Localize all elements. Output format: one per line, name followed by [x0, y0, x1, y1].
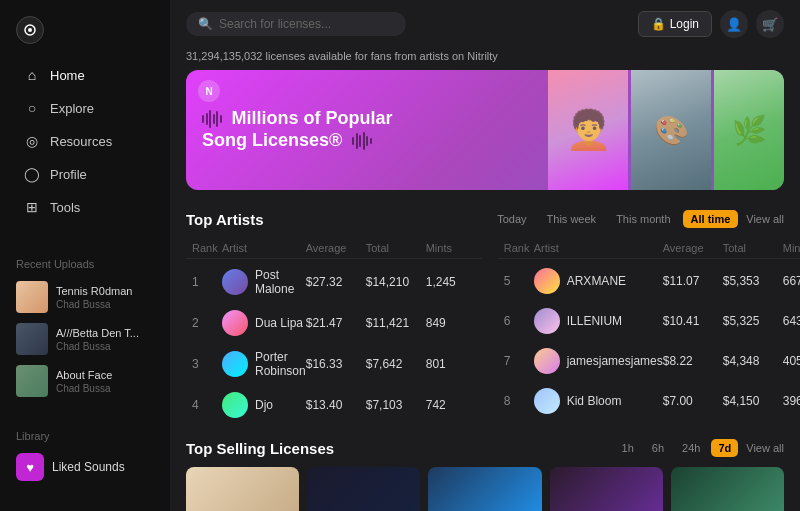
table-row[interactable]: 7 jamesjamesjames $8.22 $4,348 405 — [498, 341, 800, 381]
artist-cell-4: Djo — [222, 392, 306, 418]
table-row[interactable]: 4 Djo $13.40 $7,103 742 — [186, 385, 482, 425]
col-total: Total — [366, 242, 426, 254]
col-artist-r: Artist — [534, 242, 663, 254]
mints-7: 405 — [783, 354, 800, 368]
main-content: 🔍 🔒 Login 👤 🛒 31,294,135,032 licenses av… — [170, 0, 800, 511]
main-nav: ⌂ Home ○ Explore ◎ Resources ◯ Profile ⊞… — [0, 58, 170, 224]
top-selling-header: Top Selling Licenses 1h 6h 24h 7d View a… — [170, 439, 800, 467]
col-average: Average — [306, 242, 366, 254]
table-row[interactable]: 3 Porter Robinson $16.33 $7,642 801 — [186, 343, 482, 385]
search-input[interactable] — [219, 17, 394, 31]
liked-sounds-item[interactable]: ♥ Liked Sounds — [0, 448, 170, 486]
recent-item-3[interactable]: About Face Chad Bussa — [0, 360, 170, 402]
home-icon: ⌂ — [24, 67, 40, 83]
table-row[interactable]: 1 Post Malone $27.32 $14,210 1,245 — [186, 261, 482, 303]
svg-point-1 — [28, 28, 32, 32]
filter-all-time[interactable]: All time — [683, 210, 739, 228]
rank-2: 2 — [192, 316, 222, 330]
cart-icon-button[interactable]: 🛒 — [756, 10, 784, 38]
filter-this-month[interactable]: This month — [608, 210, 678, 228]
total-3: $7,642 — [366, 357, 426, 371]
sidebar-item-home[interactable]: ⌂ Home — [8, 59, 162, 91]
time-6h[interactable]: 6h — [645, 439, 671, 457]
license-card-1[interactable] — [186, 467, 299, 511]
col-rank: Rank — [192, 242, 222, 254]
artist-name-7: jamesjamesjames — [567, 354, 663, 368]
hero-text: Millions of Popular Song Licenses® — [186, 98, 548, 161]
mints-2: 849 — [426, 316, 476, 330]
user-icon-button[interactable]: 👤 — [720, 10, 748, 38]
sidebar-item-resources[interactable]: ◎ Resources — [8, 125, 162, 157]
sidebar-item-label: Home — [50, 68, 85, 83]
avg-2: $21.47 — [306, 316, 366, 330]
license-card-3[interactable] — [428, 467, 541, 511]
sidebar-item-tools[interactable]: ⊞ Tools — [8, 191, 162, 223]
recent-thumb-3 — [16, 365, 48, 397]
recent-uploads-title: Recent Uploads — [0, 244, 170, 276]
artist-cell-2: Dua Lipa — [222, 310, 306, 336]
top-selling-title: Top Selling Licenses — [186, 440, 334, 457]
avatar-6 — [534, 308, 560, 334]
rank-7: 7 — [504, 354, 534, 368]
rank-4: 4 — [192, 398, 222, 412]
sidebar-item-profile[interactable]: ◯ Profile — [8, 158, 162, 190]
hero-banner: N Millions of Popular Song Licenses® — [186, 70, 784, 190]
sidebar: ⌂ Home ○ Explore ◎ Resources ◯ Profile ⊞… — [0, 0, 170, 511]
mints-3: 801 — [426, 357, 476, 371]
avatar-2 — [222, 310, 248, 336]
sidebar-logo — [0, 12, 170, 58]
col-rank-r: Rank — [504, 242, 534, 254]
table-row[interactable]: 2 Dua Lipa $21.47 $11,421 849 — [186, 303, 482, 343]
artist-cell-7: jamesjamesjames — [534, 348, 663, 374]
artist-cell-1: Post Malone — [222, 268, 306, 296]
total-1: $14,210 — [366, 275, 426, 289]
time-7d[interactable]: 7d — [711, 439, 738, 457]
recent-text-2: A///Betta Den T... Chad Bussa — [56, 326, 139, 351]
time-1h[interactable]: 1h — [615, 439, 641, 457]
avatar-8 — [534, 388, 560, 414]
artists-left-col: Rank Artist Average Total Mints 1 Post M… — [186, 238, 482, 425]
col-artist: Artist — [222, 242, 306, 254]
recent-title-1: Tennis R0dman — [56, 284, 132, 298]
table-row[interactable]: 5 ARXMANE $11.07 $5,353 667 — [498, 261, 800, 301]
recent-item-1[interactable]: Tennis R0dman Chad Bussa — [0, 276, 170, 318]
liked-sounds-label: Liked Sounds — [52, 460, 125, 474]
sidebar-item-explore[interactable]: ○ Explore — [8, 92, 162, 124]
recent-item-2[interactable]: A///Betta Den T... Chad Bussa — [0, 318, 170, 360]
avg-3: $16.33 — [306, 357, 366, 371]
filter-this-week[interactable]: This week — [539, 210, 605, 228]
avg-8: $7.00 — [663, 394, 723, 408]
artist-cell-8: Kid Bloom — [534, 388, 663, 414]
resources-icon: ◎ — [24, 133, 40, 149]
filter-today[interactable]: Today — [489, 210, 534, 228]
top-artists-view-all[interactable]: View all — [746, 213, 784, 225]
license-card-5[interactable] — [671, 467, 784, 511]
table-header-right: Rank Artist Average Total Mints — [498, 238, 800, 259]
table-row[interactable]: 8 Kid Bloom $7.00 $4,150 396 — [498, 381, 800, 421]
recent-thumb-2 — [16, 323, 48, 355]
time-24h[interactable]: 24h — [675, 439, 707, 457]
search-box[interactable]: 🔍 — [186, 12, 406, 36]
time-filter-tabs: 1h 6h 24h 7d View all — [615, 439, 784, 457]
table-row[interactable]: 6 ILLENIUM $10.41 $5,325 643 — [498, 301, 800, 341]
top-selling-view-all[interactable]: View all — [746, 442, 784, 454]
recent-sub-3: Chad Bussa — [56, 383, 112, 394]
artist-name-3: Porter Robinson — [255, 350, 306, 378]
login-button[interactable]: 🔒 Login — [638, 11, 712, 37]
liked-sounds-icon: ♥ — [16, 453, 44, 481]
avg-1: $27.32 — [306, 275, 366, 289]
avatar-3 — [222, 351, 248, 377]
recent-thumb-1 — [16, 281, 48, 313]
rank-5: 5 — [504, 274, 534, 288]
license-card-2[interactable] — [307, 467, 420, 511]
licenses-count: 31,294,135,032 licenses available for fa… — [170, 48, 800, 70]
total-7: $4,348 — [723, 354, 783, 368]
avg-5: $11.07 — [663, 274, 723, 288]
artist-name-1: Post Malone — [255, 268, 306, 296]
avg-7: $8.22 — [663, 354, 723, 368]
artist-name-8: Kid Bloom — [567, 394, 622, 408]
profile-icon: ◯ — [24, 166, 40, 182]
col-average-r: Average — [663, 242, 723, 254]
sidebar-item-label: Explore — [50, 101, 94, 116]
license-card-4[interactable] — [550, 467, 663, 511]
